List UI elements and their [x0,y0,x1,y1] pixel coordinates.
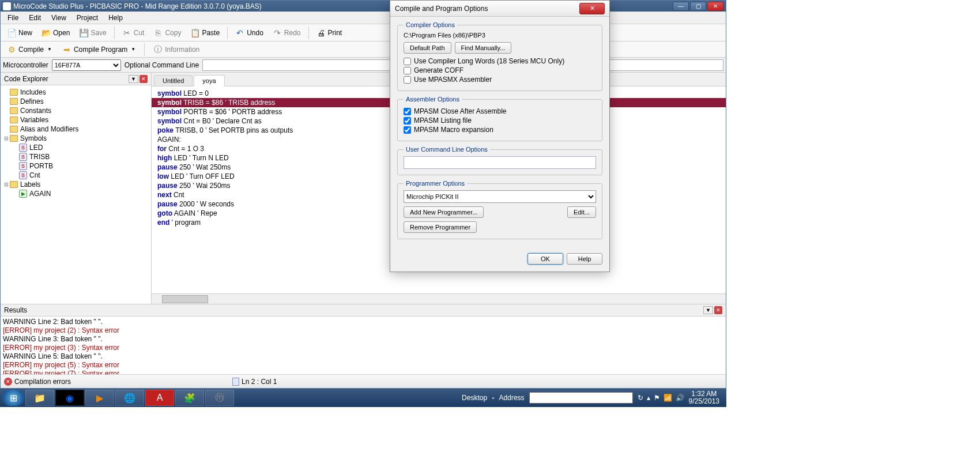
explorer-tree: Includes Defines Constants Variables Ali… [1,85,151,201]
tray-volume-icon[interactable]: 🔊 [676,394,684,402]
close-button[interactable]: ✕ [707,2,723,11]
scrollbar-thumb[interactable] [162,295,208,303]
statusbar: ✕Compilation errors Ln 2 : Col 1 [1,374,726,388]
results-panel[interactable]: WARNING Line 2: Bad token " ".[ERROR] my… [1,317,726,374]
tree-symbol-portb[interactable]: SPORTB [3,161,149,171]
document-icon [232,378,239,386]
dropdown-icon[interactable]: ▼ [703,306,713,314]
redo-button[interactable]: ↷Redo [269,26,305,40]
taskbar-chrome[interactable]: 🌐 [115,390,144,406]
copy-button[interactable]: ⎘Copy [149,26,185,40]
new-button[interactable]: 📄New [3,26,36,40]
undo-button[interactable]: ↶Undo [231,26,267,40]
dialog-close-button[interactable]: ✕ [579,3,605,14]
folder-icon [10,181,18,188]
mpasmx-checkbox[interactable]: Use MPASMX Assembler [404,76,596,84]
compiler-path: C:\Program Files (x86)\PBP3 [404,32,596,39]
dropdown-icon[interactable]: ▼ [129,75,138,83]
horizontal-scrollbar[interactable] [152,293,726,304]
results-line[interactable]: [ERROR] my project (2) : Syntax error [3,326,723,335]
find-manually-button[interactable]: Find Manually... [455,42,512,54]
app-icon [3,2,11,10]
close-after-assemble-checkbox[interactable]: MPASM Close After Assemble [404,107,596,115]
folder-icon [10,135,18,142]
tree-includes[interactable]: Includes [3,88,149,97]
menu-file[interactable]: File [3,13,23,23]
tree-defines[interactable]: Defines [3,97,149,106]
tab-untitled[interactable]: Untitled [154,75,193,86]
help-button[interactable]: Help [567,253,602,265]
tray-network-icon[interactable]: 📶 [664,394,672,402]
code-explorer: Code Explorer ▼ ✕ Includes Defines Const… [1,73,152,304]
print-button[interactable]: 🖨Print [312,26,346,40]
minimize-button[interactable]: — [673,2,689,11]
taskbar-media[interactable]: ▶ [85,390,114,406]
taskbar-address-input[interactable] [529,392,633,404]
separator [308,27,309,39]
desktop-toolbar-label[interactable]: Desktop [462,394,487,402]
taskbar: ⊞ 📁 ◉ ▶ 🌐 A 🧩 ⓜ Desktop » Address ↻ ▴ ⚑ … [0,389,726,407]
user-cmdline-input[interactable] [404,156,596,169]
open-button[interactable]: 📂Open [37,26,74,40]
copy-icon: ⎘ [153,28,163,37]
close-panel-button[interactable]: ✕ [140,75,148,83]
folder-icon [10,107,18,114]
generate-coff-checkbox[interactable]: Generate COFF [404,66,596,74]
toolbar-secondary: ⚙Compile▼ ➡Compile Program▼ ⓘInformation [1,42,726,58]
results-line[interactable]: WARNING Line 5: Bad token " ". [3,352,723,361]
remove-programmer-button[interactable]: Remove Programmer [404,221,477,233]
programmer-select[interactable]: Microchip PICKit II [404,190,596,203]
taskbar-app[interactable]: ◉ [55,390,84,406]
menu-help[interactable]: Help [104,13,127,23]
tree-variables[interactable]: Variables [3,115,149,125]
taskbar-explorer[interactable]: 📁 [25,390,54,406]
close-results-button[interactable]: ✕ [714,306,722,314]
tray-refresh-icon[interactable]: ↻ [638,394,643,402]
save-button[interactable]: 💾Save [75,26,110,40]
results-line[interactable]: [ERROR] my project (3) : Syntax error [3,344,723,352]
tree-symbol-led[interactable]: SLED [3,143,149,152]
paste-icon: 📋 [190,28,199,37]
long-words-checkbox[interactable]: Use Compiler Long Words (18 Series MCU O… [404,57,596,65]
menu-project[interactable]: Project [72,13,103,23]
tree-label-again[interactable]: ▶AGAIN [3,189,149,198]
tree-labels[interactable]: ⊟Labels [3,180,149,189]
compile-program-button[interactable]: ➡Compile Program▼ [58,43,140,56]
tray-expand-icon[interactable]: ▴ [647,394,650,402]
compile-button[interactable]: ⚙Compile▼ [3,43,56,56]
taskbar-app2[interactable]: ⓜ [205,390,234,406]
taskbar-clock[interactable]: 1:32 AM9/25/2013 [689,390,719,405]
taskbar-adobe[interactable]: A [145,390,174,406]
cut-button[interactable]: ✂Cut [118,26,149,40]
separator [227,27,228,39]
tree-symbol-cnt[interactable]: SCnt [3,171,149,180]
chevron-down-icon: ▼ [131,47,135,52]
tree-alias[interactable]: Alias and Modifiers [3,125,149,134]
tray-flag-icon[interactable]: ⚑ [654,394,660,402]
results-line[interactable]: WARNING Line 3: Bad token " ". [3,335,723,344]
tab-yoya[interactable]: yoya [194,75,224,86]
paste-button[interactable]: 📋Paste [186,26,224,40]
results-line[interactable]: [ERROR] my project (7) : Syntax error [3,370,723,374]
ok-button[interactable]: OK [527,253,563,265]
results-line[interactable]: [ERROR] my project (5) : Syntax error [3,361,723,370]
edit-programmer-button[interactable]: Edit... [567,206,596,218]
explorer-header: Code Explorer ▼ ✕ [1,73,151,85]
maximize-button[interactable]: ▢ [690,2,706,11]
assembler-options-group: Assembler Options MPASM Close After Asse… [397,96,602,141]
default-path-button[interactable]: Default Path [404,42,451,54]
macro-expansion-checkbox[interactable]: MPASM Macro expansion [404,126,596,134]
chevron-icon[interactable]: » [492,396,494,401]
taskbar-ide[interactable]: 🧩 [175,390,204,406]
tree-symbol-trisb[interactable]: STRISB [3,152,149,161]
start-button[interactable]: ⊞ [2,390,24,406]
add-programmer-button[interactable]: Add New Programmer... [404,206,484,218]
mcu-select[interactable]: 16F877A [52,59,121,71]
tree-constants[interactable]: Constants [3,106,149,115]
information-button[interactable]: ⓘInformation [149,43,203,56]
menu-view[interactable]: View [47,13,71,23]
menu-edit[interactable]: Edit [24,13,46,23]
results-line[interactable]: WARNING Line 2: Bad token " ". [3,318,723,326]
tree-symbols[interactable]: ⊟Symbols [3,134,149,143]
listing-file-checkbox[interactable]: MPASM Listing file [404,116,596,125]
